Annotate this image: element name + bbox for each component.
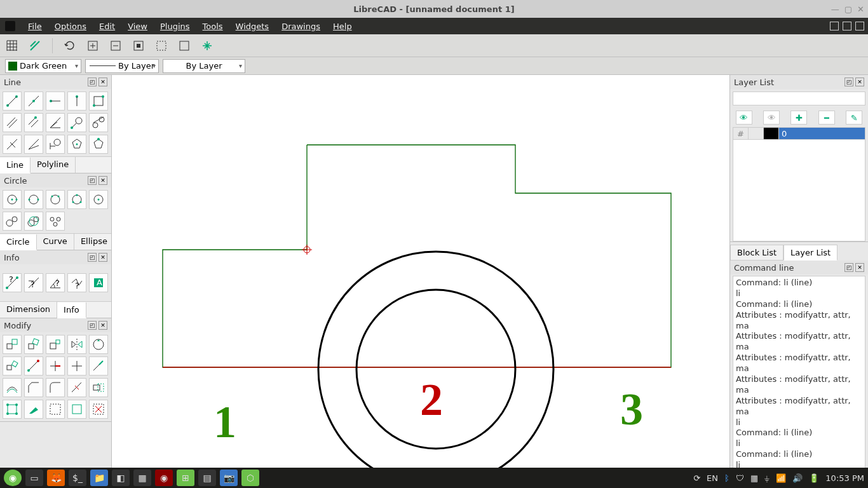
command-log[interactable]: Command: li (line) li Command: li (line)…: [733, 276, 865, 484]
modify-rotate-icon[interactable]: [24, 335, 43, 354]
dock-close-icon[interactable]: ✕: [855, 78, 864, 86]
line-angle-icon[interactable]: [24, 92, 43, 111]
line-orthogonal-icon[interactable]: [3, 135, 22, 154]
menu-drawings[interactable]: Drawings: [281, 22, 320, 31]
tray-bluetooth-icon[interactable]: ᛒ: [724, 473, 729, 483]
taskbar-screenshot-icon[interactable]: 📷: [220, 470, 238, 486]
tab-polyline[interactable]: Polyline: [31, 157, 76, 173]
modify-explode-text-icon[interactable]: [46, 400, 65, 419]
modify-delete-icon[interactable]: [89, 400, 108, 419]
color-selector[interactable]: Dark Green ▾: [5, 59, 81, 73]
layer-add-icon[interactable]: ✚: [790, 111, 807, 125]
circle-tangent-3-icon[interactable]: [46, 212, 65, 231]
info-angle-icon[interactable]: ?: [46, 273, 65, 292]
circle-center-point-icon[interactable]: [3, 190, 22, 209]
taskbar-app-5-icon[interactable]: ▤: [198, 470, 216, 486]
drawing-canvas[interactable]: 1 2 3 Screenshot: [112, 75, 729, 485]
layer-filter-input[interactable]: [733, 92, 865, 105]
line-2points-icon[interactable]: [3, 92, 22, 111]
dock-close-icon[interactable]: ✕: [855, 263, 864, 272]
line-polygon-cen-icon[interactable]: [67, 135, 86, 154]
menu-view[interactable]: View: [128, 22, 147, 31]
line-tangent1-icon[interactable]: [67, 113, 86, 132]
zoom-pan-icon[interactable]: [201, 40, 213, 51]
menu-plugins[interactable]: Plugins: [160, 22, 190, 31]
menu-file[interactable]: File: [28, 22, 42, 31]
info-dist-entity-point-icon[interactable]: ?: [24, 273, 43, 292]
taskbar-app-2-icon[interactable]: ▦: [133, 470, 151, 486]
taskbar-app-4-icon[interactable]: ⊞: [177, 470, 194, 486]
menu-widgets[interactable]: Widgets: [236, 22, 269, 31]
dock-close-icon[interactable]: ✕: [98, 253, 107, 262]
modify-revert-icon[interactable]: [24, 356, 43, 376]
circle-center-radius-icon[interactable]: [89, 190, 108, 209]
layer-row[interactable]: # 0: [733, 127, 865, 140]
circle-2points-icon[interactable]: [24, 190, 43, 209]
layer-show-all-icon[interactable]: 👁: [736, 111, 752, 125]
line-tangent2-icon[interactable]: [89, 113, 108, 132]
layer-name[interactable]: 0: [779, 128, 865, 139]
menu-options[interactable]: Options: [55, 22, 86, 31]
dock-float-icon[interactable]: ◰: [844, 78, 853, 86]
taskbar-files-icon[interactable]: 📁: [90, 470, 108, 486]
layer-remove-icon[interactable]: ━: [818, 111, 835, 125]
dock-float-icon[interactable]: ◰: [88, 253, 97, 262]
zoom-in-icon[interactable]: [87, 40, 98, 51]
circle-tangent-2circles-radius-icon[interactable]: [24, 212, 43, 231]
dock-float-icon[interactable]: ◰: [88, 321, 97, 330]
modify-entity-icon[interactable]: [3, 400, 22, 419]
tray-shield-icon[interactable]: 🛡: [736, 473, 744, 483]
info-area-icon[interactable]: A: [89, 273, 108, 292]
modify-attributes-icon[interactable]: [24, 400, 43, 419]
modify-move-icon[interactable]: [3, 335, 22, 354]
tray-network-icon[interactable]: ⏚: [764, 473, 770, 483]
modify-rotate2-icon[interactable]: [3, 356, 22, 376]
modify-scale-icon[interactable]: [46, 335, 65, 354]
layer-color-swatch[interactable]: [764, 128, 779, 139]
circle-tangent-2circles-icon[interactable]: [3, 212, 22, 231]
layer-hide-all-icon[interactable]: 👁: [763, 111, 780, 125]
tab-line[interactable]: Line: [0, 158, 31, 173]
zoom-window-icon[interactable]: [179, 40, 190, 51]
modify-trim2-icon[interactable]: [67, 356, 86, 376]
line-relative-angle-icon[interactable]: [24, 135, 43, 154]
line-horizontal-icon[interactable]: [46, 92, 65, 111]
circle-2points-radius-icon[interactable]: [46, 190, 65, 209]
line-rectangle-icon[interactable]: [89, 92, 108, 111]
modify-mirror-icon[interactable]: [67, 335, 86, 354]
dock-close-icon[interactable]: ✕: [98, 176, 107, 185]
tab-circle[interactable]: Circle: [0, 234, 37, 250]
mdi-close-icon[interactable]: [855, 22, 864, 30]
modify-bevel-icon[interactable]: [24, 378, 43, 397]
line-parallel-through-icon[interactable]: [3, 113, 22, 132]
info-total-length-icon[interactable]: ?: [67, 273, 86, 292]
grid-toggle-icon[interactable]: [6, 40, 18, 51]
zoom-out-icon[interactable]: [110, 40, 121, 51]
dock-float-icon[interactable]: ◰: [88, 78, 97, 86]
tray-clock[interactable]: 10:53 PM: [825, 473, 864, 483]
info-dist-point-point-icon[interactable]: ?: [3, 273, 22, 292]
tab-curve[interactable]: Curve: [37, 234, 74, 250]
tray-wifi-icon[interactable]: 📶: [776, 473, 786, 483]
modify-explode-icon[interactable]: [67, 400, 86, 419]
taskbar-app-3-icon[interactable]: ◉: [155, 470, 173, 486]
line-bisector-icon[interactable]: [46, 113, 65, 132]
line-parallel-icon[interactable]: [24, 113, 43, 132]
modify-stretch-icon[interactable]: [89, 378, 108, 397]
circle-3points-icon[interactable]: [67, 190, 86, 209]
zoom-auto-icon[interactable]: [133, 40, 144, 51]
taskbar-terminal-icon[interactable]: $_: [69, 470, 86, 486]
line-vertical-icon[interactable]: [67, 92, 86, 111]
modify-offset-icon[interactable]: [3, 378, 22, 397]
dock-close-icon[interactable]: ✕: [98, 78, 107, 86]
dock-float-icon[interactable]: ◰: [88, 176, 97, 185]
line-polygon-cor-icon[interactable]: [89, 135, 108, 154]
layer-visibility-icon[interactable]: #: [733, 128, 749, 139]
mdi-restore-icon[interactable]: [843, 22, 851, 30]
dock-close-icon[interactable]: ✕: [98, 321, 107, 330]
layer-lock-icon[interactable]: [749, 128, 764, 139]
modify-divide-icon[interactable]: [67, 378, 86, 397]
line-orthogonal-tangent-icon[interactable]: [46, 135, 65, 154]
taskbar-librecad-icon[interactable]: ⬡: [241, 470, 259, 486]
modify-fillet-icon[interactable]: [46, 378, 65, 397]
